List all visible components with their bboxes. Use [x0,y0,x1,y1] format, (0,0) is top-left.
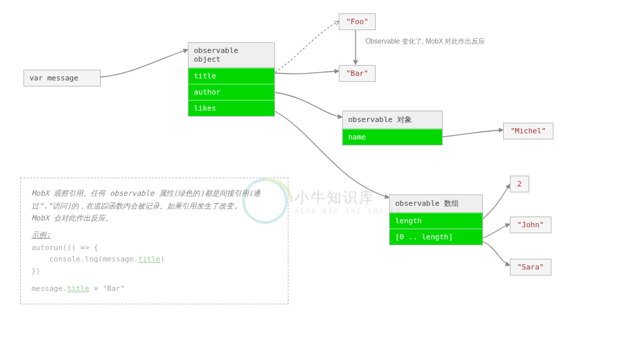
obj-row-likes: likes [189,100,274,116]
watermark-cn: 小牛知识库 [294,188,402,208]
note-line-3: MobX 会对此作出反应。 [32,213,277,225]
value-michel: "Michel" [503,123,553,139]
obj-row-title: title [189,68,274,84]
var-box: var message [23,70,101,86]
note-code-2: message.title = "Bar" [32,283,277,295]
note-code-1a: autorun(() => { [32,242,277,254]
value-john: "John" [510,217,551,233]
author-table-header: observable 对象 [343,111,442,129]
note-code-1b: console.log(message.title) [32,253,277,265]
array-table-header: observable 数组 [390,195,482,213]
watermark-en: XIAO NIU ZHI SHI KU [294,208,402,215]
var-box-label: var message [30,74,78,82]
array-row-range: [0 .. length] [390,229,482,245]
value-two: 2 [510,176,529,192]
reaction-caption: Observable 变化了, MobX 对此作出反应 [366,37,485,46]
array-row-length: length [390,213,482,229]
value-foo: "Foo" [339,13,376,30]
author-row-name: name [343,129,442,145]
note-example-label: 示例: [32,229,277,242]
observable-author-table: observable 对象 name [342,111,443,145]
observable-array-table: observable 数组 length [0 .. length] [389,194,483,245]
note-line-2: 过"."访问)的，在追踪函数内会被记录。如果引用发生了改变, [32,200,277,213]
note-line-1: MobX 观察引用。任何 observable 属性(绿色的)都是间接引用(通 [32,188,277,200]
note-code-1c: }) [32,265,277,278]
value-sara: "Sara" [510,259,551,276]
value-bar: "Bar" [339,65,376,82]
observable-object-table: observable object title author likes [188,42,275,117]
note-box: MobX 观察引用。任何 observable 属性(绿色的)都是间接引用(通 … [20,178,288,304]
obj-row-author: author [189,84,274,100]
obj-table-header: observable object [189,43,274,68]
